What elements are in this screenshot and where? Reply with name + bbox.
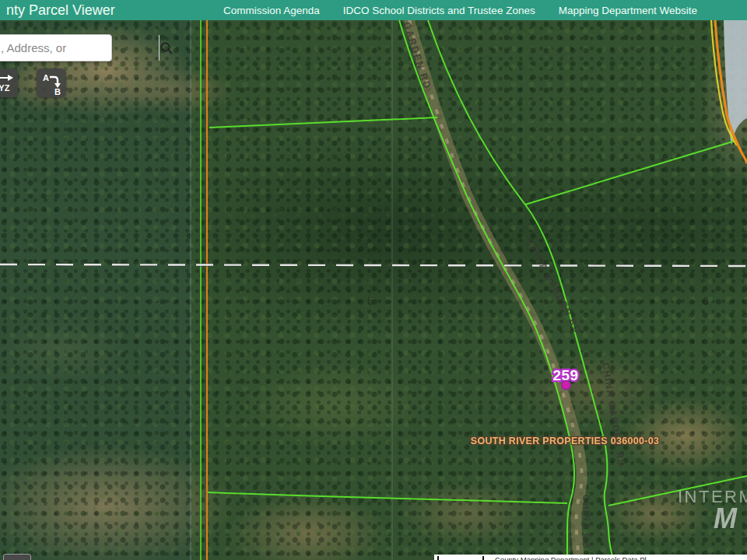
- route-a-to-b-tool-button[interactable]: A B: [37, 68, 66, 97]
- header-bar: nty Parcel Viewer Commission Agenda IDCO…: [0, 0, 747, 20]
- attribution-text: County Mapping Department | Parcels Data…: [495, 555, 647, 560]
- search-button[interactable]: [159, 35, 174, 61]
- xyz-coordinates-icon: XYZ: [0, 72, 15, 93]
- svg-text:A: A: [43, 73, 49, 82]
- header-nav: Commission Agenda IDCO School Districts …: [223, 5, 697, 16]
- search-input[interactable]: [0, 35, 159, 61]
- a-to-b-route-icon: A B: [40, 71, 63, 96]
- scale-bar: [437, 556, 484, 560]
- map-canvas[interactable]: [0, 20, 747, 560]
- attribution-bar: County Mapping Department | Parcels Data…: [434, 555, 747, 560]
- forest-texture: [0, 20, 747, 560]
- svg-text:B: B: [54, 87, 61, 96]
- nav-link-mapping-website[interactable]: Mapping Department Website: [559, 5, 697, 16]
- nav-link-commission-agenda[interactable]: Commission Agenda: [223, 5, 320, 16]
- svg-text:XYZ: XYZ: [0, 83, 10, 93]
- page-title: nty Parcel Viewer: [6, 2, 115, 19]
- bottom-left-widget[interactable]: [3, 554, 31, 560]
- coordinates-tool-button[interactable]: XYZ: [0, 68, 18, 97]
- parcel-viewer-app: GARDEN RD CHINA GARDEN RD CHINA GARDEN R…: [0, 0, 747, 560]
- nav-link-school-districts[interactable]: IDCO School Districts and Trustee Zones: [343, 5, 535, 16]
- search-icon: [160, 41, 174, 55]
- search-box: [0, 34, 112, 61]
